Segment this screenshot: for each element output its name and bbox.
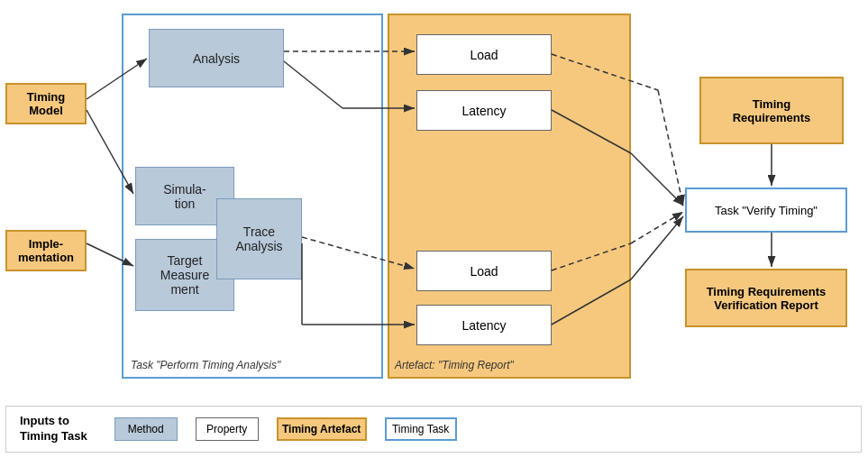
legend-property-label: Property	[206, 423, 247, 435]
orange-container-label: Artefact: "Timing Report"	[395, 359, 514, 371]
implementation-label: Imple-mentation	[18, 237, 74, 264]
trace-analysis-box: TraceAnalysis	[216, 198, 302, 279]
verification-report-label: Timing RequirementsVerification Report	[707, 285, 827, 312]
legend-title: Inputs toTiming Task	[20, 414, 87, 444]
legend-timing-task-item: Timing Task	[385, 417, 457, 441]
svg-line-15	[631, 212, 683, 243]
legend-property-box: Property	[196, 417, 259, 441]
legend-timing-task-label: Timing Task	[392, 423, 449, 435]
legend-property-item: Property	[196, 417, 259, 441]
legend-method-label: Method	[128, 423, 164, 435]
target-measurement-label: TargetMeasurement	[160, 253, 209, 297]
timing-model-box: Timing Model	[5, 83, 87, 124]
latency-top-box: Latency	[416, 90, 552, 131]
svg-line-11	[658, 90, 683, 206]
latency-bottom-label: Latency	[461, 318, 506, 333]
svg-line-13	[631, 153, 683, 206]
main-container: Timing Model Imple-mentation Task "Perfo…	[0, 0, 868, 476]
legend-timing-artefact-item: Timing Artefact	[277, 417, 367, 441]
load-top-label: Load	[470, 48, 498, 62]
legend-container: Inputs toTiming Task Method Property Tim…	[5, 406, 862, 453]
implementation-box: Imple-mentation	[5, 230, 87, 271]
latency-top-label: Latency	[461, 104, 506, 118]
timing-model-label: Timing Model	[27, 90, 65, 117]
legend-title-text: Inputs toTiming Task	[20, 414, 87, 443]
analysis-label: Analysis	[193, 51, 240, 66]
latency-bottom-box: Latency	[416, 305, 552, 345]
legend-timing-artefact-box: Timing Artefact	[277, 417, 367, 441]
timing-requirements-label: TimingRequirements	[733, 97, 811, 124]
trace-analysis-label: TraceAnalysis	[235, 224, 282, 253]
load-top-box: Load	[416, 34, 552, 75]
verify-timing-box: Task "Verify Timing"	[685, 188, 847, 233]
load-bottom-label: Load	[470, 264, 498, 279]
blue-container-label: Task "Perform Timing Analysis"	[131, 359, 280, 371]
svg-line-17	[631, 216, 683, 279]
verification-report-box: Timing RequirementsVerification Report	[685, 269, 847, 327]
legend-method-item: Method	[114, 417, 178, 441]
legend-method-box: Method	[114, 417, 178, 441]
legend-timing-task-box: Timing Task	[385, 417, 457, 441]
timing-requirements-box: TimingRequirements	[699, 77, 844, 144]
simulation-label: Simula-tion	[163, 182, 206, 211]
legend-timing-artefact-label: Timing Artefact	[282, 423, 361, 435]
analysis-box: Analysis	[149, 29, 284, 87]
verify-timing-label: Task "Verify Timing"	[715, 204, 818, 217]
load-bottom-box: Load	[416, 251, 552, 291]
